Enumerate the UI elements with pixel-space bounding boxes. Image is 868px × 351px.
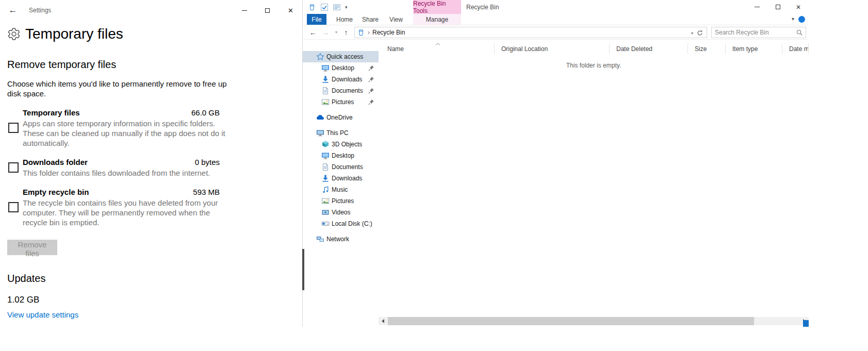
video-icon — [321, 208, 330, 216]
nav-item-label: Downloads — [332, 175, 362, 182]
nav-item-3d-objects[interactable]: 3D Objects — [303, 139, 379, 150]
disk-icon — [321, 220, 330, 228]
cleanup-item-label: Downloads folder — [23, 157, 88, 167]
tab-home[interactable]: Home — [332, 14, 357, 25]
checkbox-empty-recycle-bin[interactable] — [8, 202, 19, 212]
properties-check-icon[interactable] — [320, 3, 329, 11]
nav-item-documents[interactable]: Documents — [303, 85, 379, 96]
nav-item-onedrive[interactable]: OneDrive — [303, 112, 379, 123]
network-icon — [316, 235, 324, 243]
desktop-icon — [321, 152, 330, 160]
search-input[interactable] — [712, 28, 796, 37]
minimize-button[interactable] — [233, 0, 256, 21]
settings-window-title: Settings — [29, 7, 51, 14]
minimize-button[interactable] — [747, 0, 767, 14]
qat-dropdown-icon[interactable]: ▾ — [345, 5, 348, 10]
nav-item-this-pc[interactable]: This PC — [303, 127, 379, 139]
settings-scrollbar-thumb[interactable] — [302, 249, 304, 290]
empty-folder-message: This folder is empty. — [379, 62, 809, 69]
checkbox-temporary-files[interactable] — [8, 123, 19, 133]
address-toolbar: ← → ▾ ↑ › Recycle Bin ▾ — [303, 25, 809, 40]
minimize-icon — [755, 7, 760, 7]
nav-item-documents[interactable]: Documents — [303, 161, 379, 173]
close-button[interactable]: ✕ — [279, 0, 302, 21]
column-header-name[interactable]: Name — [381, 43, 495, 54]
breadcrumb-location[interactable]: Recycle Bin — [372, 29, 405, 36]
horizontal-scrollbar[interactable] — [379, 317, 809, 325]
refresh-icon[interactable] — [696, 29, 703, 37]
cleanup-item-size: 66.0 GB — [191, 108, 220, 118]
cleanup-item-label: Temporary files — [23, 108, 80, 118]
back-icon[interactable]: ← — [308, 28, 318, 37]
view-update-settings-link[interactable]: View update settings — [7, 310, 302, 319]
settings-titlebar: ← Settings ✕ — [0, 0, 302, 21]
ribbon-expand-icon[interactable]: ▾ — [792, 16, 794, 22]
explorer-body: Quick access Desktop Downloads Documents… — [303, 40, 809, 317]
nav-item-quick-access[interactable]: Quick access — [303, 51, 379, 62]
recycle-bin-icon — [357, 28, 365, 37]
settings-content: Temporary files Remove temporary files C… — [0, 24, 302, 319]
remove-files-button[interactable]: Remove files — [7, 240, 57, 255]
cleanup-item-description: Apps can store temporary information in … — [23, 119, 230, 148]
column-header-size[interactable]: Size — [688, 43, 726, 54]
explorer-titlebar: ▾ Recycle Bin Tools Recycle Bin ✕ — [303, 0, 809, 14]
scroll-left-button[interactable] — [379, 317, 387, 325]
tab-share[interactable]: Share — [357, 14, 383, 25]
checkbox-downloads-folder[interactable] — [8, 162, 19, 173]
nav-item-downloads[interactable]: Downloads — [303, 173, 379, 184]
recycle-bin-icon — [308, 3, 316, 11]
explorer-window: ▾ Recycle Bin Tools Recycle Bin ✕ File H… — [302, 0, 809, 327]
desktop-icon — [321, 64, 330, 72]
column-header-date-deleted[interactable]: Date Deleted — [610, 43, 688, 54]
picture-icon — [321, 197, 330, 205]
recent-locations-icon[interactable]: ▾ — [333, 30, 340, 35]
forward-icon[interactable]: → — [320, 28, 331, 37]
nav-item-label: Network — [326, 236, 349, 243]
column-header-item-type[interactable]: Item type — [726, 43, 782, 54]
updates-title: Updates — [7, 273, 302, 285]
close-button[interactable]: ✕ — [788, 0, 809, 14]
cleanup-item: Downloads folder 0 bytes This folder con… — [7, 157, 220, 178]
search-box — [711, 27, 806, 38]
nav-item-downloads[interactable]: Downloads — [303, 74, 379, 85]
gear-icon — [7, 27, 21, 41]
pin-icon — [368, 65, 374, 71]
nav-item-local-disk-c[interactable]: Local Disk (C:) — [303, 218, 379, 229]
minimize-icon — [242, 10, 247, 11]
new-folder-icon[interactable] — [333, 3, 341, 11]
address-dropdown-icon[interactable]: ▾ — [691, 31, 693, 36]
nav-item-label: Quick access — [326, 53, 363, 60]
pin-icon — [368, 88, 374, 94]
tab-file[interactable]: File — [307, 14, 326, 25]
nav-item-network[interactable]: Network — [303, 233, 379, 245]
up-icon[interactable]: ↑ — [341, 28, 351, 37]
nav-item-desktop[interactable]: Desktop — [303, 62, 379, 74]
nav-item-pictures[interactable]: Pictures — [303, 195, 379, 207]
window-controls: ✕ — [233, 0, 302, 21]
nav-item-pictures[interactable]: Pictures — [303, 96, 379, 108]
file-list-pane[interactable]: NameOriginal LocationDate DeletedSizeIte… — [379, 40, 809, 317]
help-icon[interactable] — [798, 16, 805, 23]
tab-manage[interactable]: Manage — [413, 14, 461, 25]
search-icon[interactable] — [796, 29, 803, 36]
document-icon — [321, 163, 330, 171]
nav-item-videos[interactable]: Videos — [303, 207, 379, 218]
breadcrumb-chevron-icon[interactable]: › — [368, 29, 370, 36]
maximize-icon — [265, 8, 270, 13]
column-header-original-location[interactable]: Original Location — [495, 43, 610, 54]
address-bar[interactable]: › Recycle Bin ▾ — [354, 27, 707, 38]
cleanup-item: Temporary files 66.0 GB Apps can store t… — [7, 108, 220, 148]
nav-item-music[interactable]: Music — [303, 184, 379, 195]
tab-view[interactable]: View — [383, 14, 409, 25]
column-header-date-modified[interactable]: Date modified — [782, 43, 809, 54]
maximize-button[interactable] — [256, 0, 279, 21]
nav-item-label: Music — [332, 186, 348, 193]
back-arrow-icon[interactable]: ← — [6, 5, 20, 15]
maximize-button[interactable] — [767, 0, 788, 14]
navigation-pane: Quick access Desktop Downloads Documents… — [303, 40, 379, 317]
download-icon — [321, 174, 330, 182]
scrollbar-thumb[interactable] — [388, 317, 754, 325]
cleanup-item-description: This folder contains files downloaded fr… — [23, 168, 230, 178]
nav-item-desktop[interactable]: Desktop — [303, 150, 379, 161]
updates-size: 1.02 GB — [7, 295, 302, 305]
